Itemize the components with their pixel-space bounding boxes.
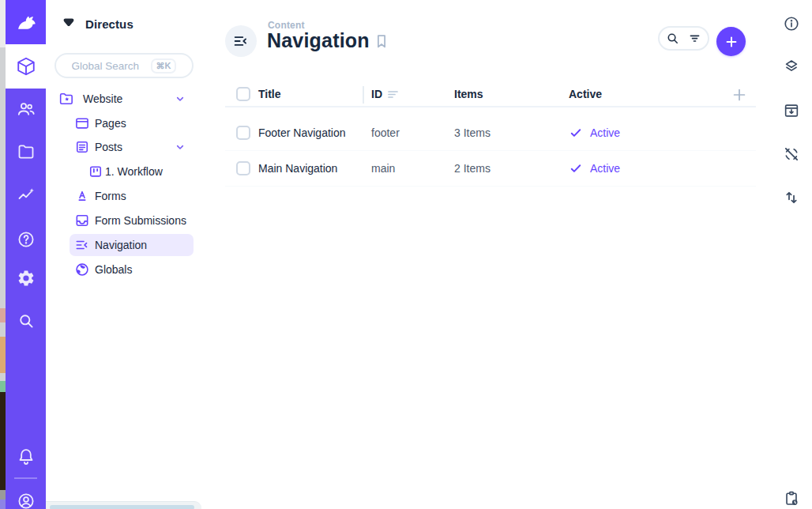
nav-item-forms[interactable]: Forms: [46, 184, 205, 208]
module-settings[interactable]: [6, 267, 46, 289]
layers-icon[interactable]: [783, 58, 800, 75]
article-icon: [74, 139, 90, 155]
background-peek-strip: [0, 0, 6, 509]
cell-items: 3 Items: [454, 115, 491, 150]
account-icon: [17, 492, 36, 509]
account-button[interactable]: [6, 490, 46, 509]
row-checkbox[interactable]: [236, 161, 250, 175]
search-filter-group: [658, 26, 709, 51]
project-name: Directus: [85, 17, 133, 31]
search-icon[interactable]: [665, 31, 680, 46]
nav-item-label: Posts: [95, 135, 122, 159]
nav-sidebar: Directus ⌘K Website Pages: [46, 0, 205, 509]
directus-app: Directus ⌘K Website Pages: [0, 0, 812, 509]
browser-icon: [74, 115, 90, 131]
globe-icon: [74, 262, 90, 277]
help-icon: [17, 230, 36, 249]
nav-list-icon: [232, 32, 250, 50]
check-icon: [569, 126, 583, 140]
folder-icon: [17, 142, 36, 161]
column-resize-handle[interactable]: [363, 86, 364, 104]
cell-id: footer: [371, 115, 400, 150]
column-header-items[interactable]: Items: [454, 82, 483, 106]
module-files[interactable]: [6, 141, 46, 163]
chevron-down-icon[interactable]: [174, 92, 186, 105]
filter-icon[interactable]: [687, 31, 702, 46]
global-search: ⌘K: [55, 53, 194, 78]
nav-item-globals[interactable]: Globals: [46, 258, 205, 281]
scrollbar-thumb[interactable]: [50, 505, 194, 509]
insights-icon: [17, 186, 36, 205]
sort-indicator-icon: [388, 90, 398, 99]
page-title: Navigation: [267, 29, 370, 52]
column-header-active[interactable]: Active: [569, 82, 602, 106]
nav-item-workflow[interactable]: 1. Workflow: [46, 160, 205, 183]
column-header-id-label: ID: [371, 88, 382, 100]
nav-item-navigation-selected[interactable]: Navigation: [46, 233, 205, 257]
active-label: Active: [590, 126, 620, 139]
bookmark-icon[interactable]: [373, 32, 390, 50]
items-table: Title ID Items Active Footer Navigation …: [225, 82, 756, 187]
nav-item-label: Navigation: [95, 233, 147, 257]
nav-item-pages[interactable]: Pages: [46, 111, 205, 135]
nav-item-label: Form Submissions: [95, 209, 186, 232]
module-search[interactable]: [6, 310, 46, 332]
cell-id: main: [371, 151, 395, 186]
project-logo-button[interactable]: [6, 0, 46, 44]
nav-item-label: Globals: [95, 258, 132, 281]
nav-item-label: Pages: [95, 111, 126, 135]
add-column-icon[interactable]: [731, 86, 748, 104]
table-header-row: Title ID Items Active: [225, 82, 756, 107]
bell-icon: [17, 447, 36, 466]
archive-icon[interactable]: [783, 102, 800, 119]
check-icon: [569, 161, 583, 175]
gear-icon: [17, 269, 36, 288]
cell-title: Main Navigation: [258, 151, 337, 186]
plus-icon: [724, 34, 739, 50]
row-checkbox[interactable]: [236, 126, 250, 140]
global-search-input[interactable]: [72, 60, 145, 72]
info-icon[interactable]: [783, 15, 800, 32]
module-bar-divider: [14, 477, 37, 479]
inbox-icon: [74, 213, 90, 228]
nav-list-icon: [74, 237, 90, 253]
clipboard-clock-icon[interactable]: [783, 490, 800, 507]
module-content-active[interactable]: [6, 44, 46, 89]
collection-icon-button[interactable]: [225, 25, 257, 57]
module-users[interactable]: [6, 98, 46, 120]
column-header-title[interactable]: Title: [258, 82, 281, 106]
project-diamond-icon: [60, 15, 77, 32]
cell-active: Active: [569, 115, 620, 150]
module-bar: [6, 0, 46, 509]
horizontal-scrollbar: [46, 501, 201, 509]
nav-item-website[interactable]: Website: [46, 87, 205, 111]
column-header-id[interactable]: ID: [371, 82, 398, 106]
search-icon: [17, 311, 36, 330]
create-item-button[interactable]: [716, 27, 746, 56]
box-icon: [16, 56, 36, 77]
folder-star-icon: [58, 91, 74, 107]
people-icon: [17, 100, 36, 119]
directus-rabbit-logo-icon: [13, 9, 39, 35]
cell-active: Active: [569, 151, 620, 186]
sync-disabled-icon[interactable]: [783, 145, 800, 163]
cell-title: Footer Navigation: [258, 115, 346, 150]
text-field-icon: [74, 188, 90, 204]
nav-item-label: Forms: [95, 184, 126, 208]
swap-vertical-icon[interactable]: [783, 189, 800, 206]
notifications-button[interactable]: [6, 446, 46, 468]
module-docs[interactable]: [6, 228, 46, 251]
active-label: Active: [590, 162, 620, 175]
module-insights[interactable]: [6, 184, 46, 206]
table-row[interactable]: Main Navigation main 2 Items Active: [225, 151, 756, 187]
nav-item-label: Website: [83, 87, 122, 111]
search-shortcut-badge: ⌘K: [151, 58, 177, 74]
chevron-down-icon[interactable]: [174, 141, 186, 153]
cell-items: 2 Items: [454, 151, 491, 186]
select-all-checkbox[interactable]: [236, 87, 250, 101]
table-row[interactable]: Footer Navigation footer 3 Items Active: [225, 115, 756, 151]
nav-item-posts[interactable]: Posts: [46, 135, 205, 159]
nav-item-label: 1. Workflow: [105, 160, 163, 183]
project-chooser[interactable]: Directus: [46, 9, 205, 38]
nav-item-form-submissions[interactable]: Form Submissions: [46, 209, 205, 232]
